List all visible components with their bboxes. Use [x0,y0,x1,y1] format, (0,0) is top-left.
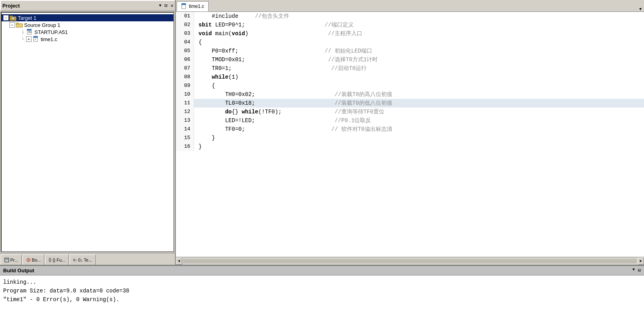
build-output-panel: Build Output ▼ ⊟ linking... Program Size… [0,265,644,328]
tab-fu-label: {} Fu... [53,258,65,262]
code-row-14: 14 TF0=0; // 软件对T0溢出标志清 [176,125,644,134]
build-dropdown-icon[interactable]: ▼ [633,268,635,273]
line-code: void main(void) //主程序入口 [194,29,644,38]
scroll-right-btn[interactable]: ► [638,258,644,265]
line-number: 05 [176,47,194,55]
code-row-13: 13 LED=!LED; //P0.1位取反 [176,116,644,125]
target-icon [9,15,17,21]
project-bottom-tabs: Pr... Bo... {} {} Fu... 0↓ 0↓ Te... [0,253,175,265]
close-icon[interactable]: ✕ [171,3,173,9]
editor-scrollbar[interactable]: ◄ ► [176,257,644,265]
tree-item-target[interactable]: − Target 1 [2,14,173,21]
line-code: LED=!LED; //P0.1位取反 [194,116,644,125]
source-group-label: Source Group 1 [24,22,60,28]
code-row-01: 01 #include //包含头文件 [176,12,644,21]
line-code: P0=0xff; // 初始化LED端口 [194,47,644,55]
tree-item-source-group[interactable]: − Source Group 1 [2,21,173,28]
code-row-05: 05 P0=0xff; // 初始化LED端口 [176,47,644,55]
svg-rect-9 [34,36,38,38]
expand-time1-icon[interactable]: + [26,36,32,42]
tree-item-time1[interactable]: └ + .c time1.c [2,36,173,43]
editor-tab-bar: time1.c ▼ [176,0,644,12]
line-number: 10 [176,90,194,99]
tab-fu-brace: {} [49,258,51,262]
code-row-12: 12 do{} while(!TF0); //查询等待TF0置位 [176,107,644,116]
svg-rect-2 [11,17,15,19]
pin-icon[interactable]: ⊟ [165,3,168,9]
svg-rect-11 [5,258,9,262]
line-number: 16 [176,142,194,151]
svg-text:A51: A51 [28,31,32,33]
line-number: 08 [176,73,194,81]
build-line-1: Program Size: data=9.0 xdata=0 code=38 [3,287,641,295]
build-header-controls: ▼ ⊟ [633,268,641,273]
tab-te-icon: 0↓ [73,258,77,262]
build-output-title: Build Output [3,268,633,273]
tab-te[interactable]: 0↓ 0↓ Te... [70,254,96,265]
tab-fu[interactable]: {} {} Fu... [45,254,69,265]
line-number: 02 [176,21,194,29]
scroll-left-btn[interactable]: ◄ [176,258,182,265]
line-code: do{} while(!TF0); //查询等待TF0置位 [194,107,644,116]
svg-rect-12 [6,259,8,260]
project-tree: − Target 1 − [1,12,174,252]
code-editor-area[interactable]: 01 #include //包含头文件02sbit LED=P0^1; //端口… [176,12,644,257]
editor-tab-time1[interactable]: time1.c [177,1,209,11]
line-number: 13 [176,116,194,125]
build-line-0: linking... [3,278,641,287]
line-number: 15 [176,134,194,142]
line-number: 04 [176,38,194,47]
tab-te-label: 0↓ Te... [78,258,92,262]
line-code: while(1) [194,73,644,81]
line-number: 11 [176,99,194,107]
svg-rect-16 [182,4,186,5]
code-editor-panel: time1.c ▼ 01 #include //包含头文件02sbit LED=… [176,0,644,265]
time1-label: time1.c [41,36,57,42]
tree-item-startup[interactable]: ├ A51 STARTUP.A51 [2,28,173,36]
code-row-04: 04{ [176,38,644,47]
line-number: 01 [176,12,194,21]
tab-bo[interactable]: Bo... [23,254,45,265]
code-row-07: 07 TR0=1; //启动T0运行 [176,64,644,73]
dropdown-icon[interactable]: ▼ [159,4,162,8]
project-panel: Project ▼ ⊟ ✕ − Target 1 [0,0,176,265]
code-row-16: 16} [176,142,644,151]
line-code: #include //包含头文件 [194,12,644,21]
startup-file-icon: A51 [26,29,33,35]
connector-time1: └ [21,37,26,41]
code-table: 01 #include //包含头文件02sbit LED=P0^1; //端口… [176,12,644,151]
scroll-track[interactable] [183,259,637,263]
line-code: { [194,38,644,47]
line-code: sbit LED=P0^1; //端口定义 [194,21,644,29]
code-row-15: 15 } [176,134,644,142]
code-row-10: 10 TH0=0x02; //装载T0的高八位初值 [176,90,644,99]
expand-target-icon[interactable]: − [3,15,9,21]
line-code: TR0=1; //启动T0运行 [194,64,644,73]
code-row-09: 09 { [176,81,644,90]
line-number: 12 [176,107,194,116]
line-code: TMOD=0x01; //选择T0方式1计时 [194,55,644,64]
time1-tab-icon [181,3,187,9]
tab-dropdown-arrow[interactable]: ▼ [637,7,644,11]
build-output-content: linking... Program Size: data=9.0 xdata=… [0,275,644,328]
startup-label: STARTUP.A51 [34,29,68,35]
expand-source-icon[interactable]: − [9,22,15,28]
tab-bo-label: Bo... [32,258,41,262]
svg-point-14 [28,259,29,260]
line-number: 03 [176,29,194,38]
code-row-08: 08 while(1) [176,73,644,81]
code-row-03: 03void main(void) //主程序入口 [176,29,644,38]
line-code: } [194,134,644,142]
line-number: 07 [176,64,194,73]
time1-file-icon: .c [32,36,40,42]
build-line-2: "time1" - 0 Error(s), 0 Warning(s). [3,295,641,304]
target-label: Target 1 [18,15,36,21]
svg-text:.c: .c [34,38,36,40]
editor-tab-label: time1.c [189,4,204,9]
line-code: { [194,81,644,90]
build-pin-icon[interactable]: ⊟ [638,268,641,273]
tab-pr[interactable]: Pr... [1,254,22,265]
line-code: } [194,142,644,151]
line-code: TF0=0; // 软件对T0溢出标志清 [194,125,644,134]
source-group-icon [16,22,23,28]
